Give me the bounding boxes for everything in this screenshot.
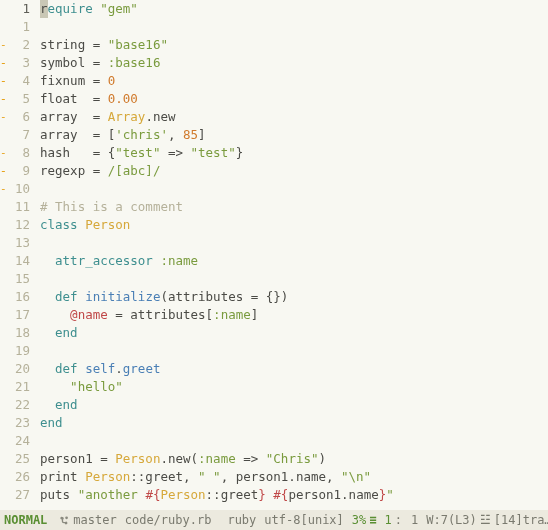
token-id: [40, 325, 55, 340]
token-cmt: # This is a comment: [40, 199, 183, 214]
token-id: =>: [160, 145, 190, 160]
token-id: regexp =: [40, 163, 108, 178]
token-id: person1.name: [288, 487, 378, 502]
line-number: 24: [0, 432, 30, 450]
token-var: @name: [70, 307, 108, 322]
line-number: 13: [0, 234, 30, 252]
code-line[interactable]: array = Array.new: [40, 108, 548, 126]
line-number: 9: [0, 162, 30, 180]
token-id: person1 =: [40, 451, 115, 466]
file-type: ruby: [227, 511, 256, 529]
token-sym: :name: [213, 307, 251, 322]
token-id: =>: [236, 451, 266, 466]
linecol-separator: :: [395, 511, 402, 529]
git-branch-segment: master: [59, 511, 116, 529]
code-line[interactable]: def initialize(attributes = {}): [40, 288, 548, 306]
line-number: 4: [0, 72, 30, 90]
token-id: ::greet,: [130, 469, 198, 484]
token-interp: #{: [273, 487, 288, 502]
line-number: 6: [0, 108, 30, 126]
token-id: array =: [40, 109, 108, 124]
token-sym: :name: [160, 253, 198, 268]
code-line[interactable]: [40, 342, 548, 360]
code-line[interactable]: hash = {"test" => "test"}: [40, 144, 548, 162]
token-id: hash = {: [40, 145, 115, 160]
token-id: , person1.name,: [221, 469, 341, 484]
token-id: [40, 253, 55, 268]
line-number: 15: [0, 270, 30, 288]
token-id: .new: [145, 109, 175, 124]
token-str: "another: [78, 487, 146, 502]
token-kw: end: [40, 415, 63, 430]
token-const: Person: [160, 487, 205, 502]
code-line[interactable]: fixnum = 0: [40, 72, 548, 90]
code-line[interactable]: person1 = Person.new(:name => "Chris"): [40, 450, 548, 468]
line-number: 22: [0, 396, 30, 414]
code-line[interactable]: float = 0.00: [40, 90, 548, 108]
line-number: 27: [0, 486, 30, 504]
token-kw: equire: [48, 1, 101, 16]
cursor-position: 1: 1: [385, 511, 419, 529]
token-id: [40, 397, 55, 412]
code-line[interactable]: symbol = :base16: [40, 54, 548, 72]
code-line[interactable]: [40, 180, 548, 198]
code-line[interactable]: @name = attributes[:name]: [40, 306, 548, 324]
line-number: 26: [0, 468, 30, 486]
token-const: Person: [115, 451, 160, 466]
code-line[interactable]: end: [40, 324, 548, 342]
token-id: (attributes = {}): [160, 289, 288, 304]
token-id: print: [40, 469, 85, 484]
token-num: 0.00: [108, 91, 138, 106]
line-number: 2: [0, 36, 30, 54]
token-id: [40, 307, 70, 322]
code-line[interactable]: end: [40, 396, 548, 414]
cursor-line: 1: [385, 511, 392, 529]
code-line[interactable]: class Person: [40, 216, 548, 234]
cursor: r: [40, 0, 48, 18]
token-blue: initialize: [85, 289, 160, 304]
git-branch-name: master: [73, 511, 116, 529]
token-str: ": [386, 487, 394, 502]
code-line[interactable]: "hello": [40, 378, 548, 396]
code-line[interactable]: def self.greet: [40, 360, 548, 378]
token-id: string =: [40, 37, 108, 52]
line-number-gutter: 1123456789101112131415161718192021222324…: [0, 0, 34, 504]
code-line[interactable]: string = "base16": [40, 36, 548, 54]
code-line[interactable]: array = ['chris', 85]: [40, 126, 548, 144]
token-id: puts: [40, 487, 78, 502]
code-line[interactable]: regexp = /[abc]/: [40, 162, 548, 180]
token-str: 'chris': [115, 127, 168, 142]
token-id: float =: [40, 91, 108, 106]
token-str: "test": [115, 145, 160, 160]
code-line[interactable]: attr_accessor :name: [40, 252, 548, 270]
code-line[interactable]: print Person::greet, " ", person1.name, …: [40, 468, 548, 486]
line-number: 21: [0, 378, 30, 396]
line-number: 14: [0, 252, 30, 270]
token-const: Person: [85, 469, 130, 484]
line-number: 23: [0, 414, 30, 432]
editor-viewport[interactable]: ------------ 112345678910111213141516171…: [0, 0, 548, 530]
code-area[interactable]: require "gem"string = "base16"symbol = :…: [40, 0, 548, 504]
token-blue: greet: [123, 361, 161, 376]
code-line[interactable]: puts "another #{Person::greet} #{person1…: [40, 486, 548, 504]
line-number: 8: [0, 144, 30, 162]
line-number: 19: [0, 342, 30, 360]
code-line[interactable]: [40, 432, 548, 450]
line-number: 12: [0, 216, 30, 234]
code-line[interactable]: end: [40, 414, 548, 432]
code-line[interactable]: [40, 270, 548, 288]
code-line[interactable]: [40, 18, 548, 36]
line-number: 20: [0, 360, 30, 378]
token-id: [40, 289, 55, 304]
code-line[interactable]: # This is a comment: [40, 198, 548, 216]
token-str: "hello": [70, 379, 123, 394]
token-const: Person: [85, 217, 130, 232]
token-num: 85: [183, 127, 198, 142]
code-line[interactable]: require "gem": [40, 0, 548, 18]
status-bar: NORMAL master code/ruby.rb ruby utf-8[un…: [0, 510, 548, 530]
code-line[interactable]: [40, 234, 548, 252]
line-number: 7: [0, 126, 30, 144]
token-num: 0: [108, 73, 116, 88]
file-encoding: utf-8[unix]: [264, 511, 343, 529]
token-id: [40, 361, 55, 376]
